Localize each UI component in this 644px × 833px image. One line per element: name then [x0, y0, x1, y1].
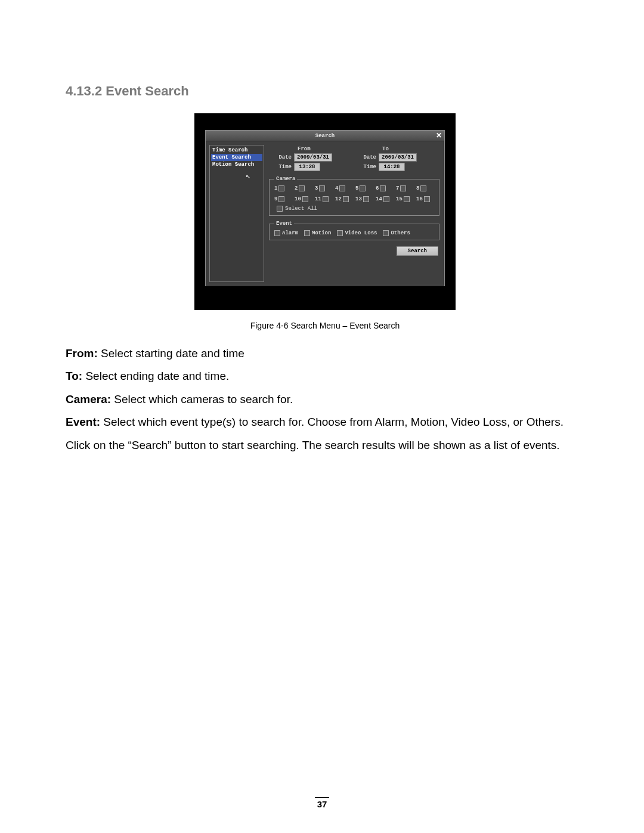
from-heading: From	[271, 146, 332, 152]
sidebar: Time Search Event Search Motion Search ↖	[209, 145, 264, 282]
camera-label-8: 8	[416, 185, 419, 191]
event-videoloss-checkbox[interactable]	[337, 230, 343, 236]
page-number-bar	[315, 797, 329, 798]
from-date-label: Date	[271, 154, 292, 160]
camera-label-7: 7	[396, 185, 399, 191]
camera-label-1: 1	[274, 185, 277, 191]
from-label: From:	[66, 347, 98, 360]
camera-label-15: 15	[396, 196, 402, 202]
camera-label-4: 4	[335, 185, 338, 191]
camera-group: Camera 1 2 3 4 5 6 7 8 9 10 11	[269, 176, 439, 216]
to-time-label: Time	[356, 164, 376, 170]
camera-label-9: 9	[274, 196, 277, 202]
event-desc: Select which event type(s) to search for…	[100, 416, 564, 428]
from-time-label: Time	[271, 164, 292, 170]
from-desc: Select starting date and time	[98, 347, 244, 360]
camera-legend: Camera	[274, 176, 297, 182]
to-column: To Date 2009/03/31 Time 14:28	[356, 146, 417, 171]
camera-checkbox-7[interactable]	[400, 185, 406, 191]
camera-label: Camera:	[66, 393, 111, 405]
camera-label-2: 2	[295, 185, 298, 191]
screenshot-container: Search ✕ Time Search Event Search Motion…	[194, 113, 456, 310]
screenshot-black-frame: Search ✕ Time Search Event Search Motion…	[194, 113, 456, 310]
section-heading: 4.13.2 Event Search	[66, 83, 584, 99]
camera-checkbox-15[interactable]	[404, 196, 410, 202]
select-all-checkbox[interactable]	[277, 206, 283, 212]
search-instruction: Click on the “Search” button to start se…	[66, 436, 584, 454]
camera-checkbox-6[interactable]	[380, 185, 386, 191]
to-label: To:	[66, 370, 82, 382]
camera-checkbox-4[interactable]	[339, 185, 345, 191]
from-date-input[interactable]: 2009/03/31	[294, 153, 332, 162]
event-videoloss-label: Video Loss	[345, 230, 377, 236]
page-number: 37	[0, 799, 644, 809]
to-date-label: Date	[356, 154, 376, 160]
camera-label-13: 13	[355, 196, 362, 202]
event-group: Event Alarm Motion Video Loss Others	[269, 221, 439, 240]
camera-checkbox-8[interactable]	[420, 185, 426, 191]
window-body: Time Search Event Search Motion Search ↖…	[206, 141, 444, 286]
event-motion-checkbox[interactable]	[304, 230, 310, 236]
event-label: Event:	[66, 416, 100, 428]
camera-checkbox-11[interactable]	[323, 196, 329, 202]
page-number-block: 37	[0, 797, 644, 809]
cursor-icon: ↖	[245, 171, 251, 181]
event-motion-label: Motion	[312, 230, 331, 236]
sidebar-item-time-search[interactable]: Time Search	[211, 147, 262, 154]
camera-label-6: 6	[376, 185, 379, 191]
camera-checkbox-2[interactable]	[299, 185, 305, 191]
to-desc: Select ending date and time.	[82, 370, 229, 382]
select-all-row: Select All	[277, 206, 434, 212]
figure-caption: Figure 4-6 Search Menu – Event Search	[66, 321, 584, 330]
sidebar-item-event-search[interactable]: Event Search	[211, 154, 262, 161]
camera-checkbox-9[interactable]	[278, 196, 284, 202]
camera-label-16: 16	[416, 196, 423, 202]
camera-label-14: 14	[376, 196, 382, 202]
camera-label-10: 10	[295, 196, 301, 202]
body-text: From: Select starting date and time To: …	[66, 345, 584, 454]
camera-label-11: 11	[315, 196, 321, 202]
camera-checkbox-16[interactable]	[424, 196, 430, 202]
camera-checkbox-13[interactable]	[363, 196, 369, 202]
to-time-input[interactable]: 14:28	[379, 163, 405, 171]
camera-checkbox-12[interactable]	[343, 196, 349, 202]
select-all-label: Select All	[285, 206, 317, 212]
event-others-label: Others	[391, 230, 410, 236]
event-row: Alarm Motion Video Loss Others	[274, 230, 434, 236]
camera-label-5: 5	[355, 185, 358, 191]
search-button-row: Search	[268, 245, 441, 258]
sidebar-item-motion-search[interactable]: Motion Search	[211, 161, 262, 168]
camera-grid: 1 2 3 4 5 6 7 8 9 10 11 12 13	[274, 185, 434, 202]
camera-checkbox-10[interactable]	[302, 196, 308, 202]
from-to-row: From Date 2009/03/31 Time 13:28 To	[268, 145, 441, 171]
main-panel: From Date 2009/03/31 Time 13:28 To	[268, 145, 441, 282]
close-icon[interactable]: ✕	[436, 131, 442, 140]
window-titlebar: Search ✕	[206, 131, 444, 141]
search-window: Search ✕ Time Search Event Search Motion…	[205, 130, 445, 286]
camera-checkbox-3[interactable]	[319, 185, 325, 191]
event-others-checkbox[interactable]	[383, 230, 389, 236]
to-date-input[interactable]: 2009/03/31	[379, 153, 417, 162]
camera-checkbox-5[interactable]	[360, 185, 366, 191]
from-column: From Date 2009/03/31 Time 13:28	[271, 146, 332, 171]
search-button[interactable]: Search	[397, 246, 438, 256]
from-time-input[interactable]: 13:28	[294, 163, 320, 171]
camera-label-12: 12	[335, 196, 342, 202]
event-legend: Event	[274, 221, 294, 227]
event-alarm-label: Alarm	[282, 230, 298, 236]
camera-desc: Select which cameras to search for.	[111, 393, 293, 405]
camera-checkbox-14[interactable]	[383, 196, 389, 202]
to-heading: To	[356, 146, 417, 152]
camera-label-3: 3	[315, 185, 318, 191]
camera-checkbox-1[interactable]	[278, 185, 284, 191]
window-title: Search	[315, 133, 335, 139]
event-alarm-checkbox[interactable]	[274, 230, 280, 236]
